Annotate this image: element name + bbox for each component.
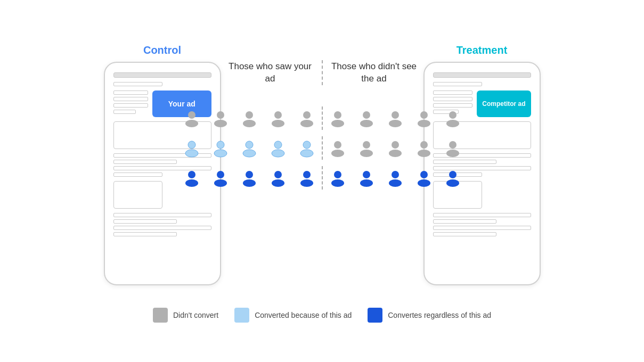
people-right-row2	[326, 136, 464, 160]
svg-point-43	[214, 179, 227, 187]
svg-point-47	[272, 179, 284, 187]
person-grey-2	[209, 106, 232, 130]
person-db-5	[295, 166, 319, 190]
svg-point-27	[272, 150, 284, 157]
phone-bar-1	[113, 72, 211, 78]
person-lb-2	[209, 136, 232, 160]
svg-point-4	[246, 111, 253, 119]
person-grey-3	[238, 106, 261, 130]
person-db-r4	[412, 166, 436, 190]
svg-point-30	[334, 141, 341, 149]
person-db-1	[180, 166, 203, 190]
middle-section: Those who saw your ad Those who didn't s…	[221, 44, 423, 190]
pl2	[113, 97, 149, 101]
phone-left-lines	[113, 90, 149, 114]
people-right-darkblue	[326, 166, 464, 190]
legend-square-lightblue	[234, 308, 249, 323]
phone-small-box	[113, 181, 162, 209]
legend-square-darkblue	[368, 308, 382, 323]
person-db-r1	[326, 166, 349, 190]
divider-row2	[322, 136, 323, 160]
pl1	[113, 90, 149, 95]
svg-point-23	[214, 150, 227, 157]
svg-point-48	[303, 171, 311, 178]
t-pl-s1	[433, 82, 482, 86]
t-pl1	[433, 90, 473, 95]
treatment-label: Treatment	[456, 44, 508, 56]
person-gr-r2	[355, 136, 378, 160]
person-gr-r1	[326, 136, 349, 160]
person-db-r5	[441, 166, 464, 190]
pl12	[113, 232, 177, 236]
person-lb-3	[238, 136, 261, 160]
svg-point-41	[185, 179, 198, 187]
legend-item-converts-regardless: Convertes regardless of this ad	[368, 308, 491, 323]
person-grey-r4	[412, 106, 436, 130]
svg-point-28	[303, 141, 311, 149]
pl4	[113, 110, 136, 114]
svg-point-19	[446, 120, 459, 127]
left-header: Those who saw your ad	[221, 60, 320, 86]
pl10	[113, 219, 177, 224]
person-gr-r3	[384, 136, 407, 160]
svg-point-39	[446, 150, 459, 157]
svg-point-45	[243, 179, 256, 187]
svg-point-8	[303, 111, 311, 119]
svg-point-24	[246, 141, 253, 149]
person-grey-r5	[441, 106, 464, 130]
person-grey-r1	[326, 106, 349, 130]
legend-label-converted-because: Converted because of this ad	[255, 311, 352, 319]
person-grey-r2	[355, 106, 378, 130]
pl6	[113, 160, 177, 164]
svg-point-26	[274, 141, 282, 149]
svg-point-3	[214, 120, 227, 127]
svg-point-1	[185, 120, 198, 127]
svg-point-17	[418, 120, 430, 127]
svg-point-11	[331, 120, 344, 127]
people-section	[221, 106, 423, 190]
legend-label-didnt-convert: Didn't convert	[173, 311, 218, 319]
svg-point-36	[420, 141, 428, 149]
t-pl11	[433, 226, 531, 230]
people-row-darkblue	[180, 166, 464, 190]
svg-point-10	[334, 111, 341, 119]
svg-point-16	[420, 111, 428, 119]
pl9	[113, 213, 211, 217]
svg-point-32	[363, 141, 370, 149]
pl3	[113, 103, 149, 108]
person-grey-4	[266, 106, 290, 130]
people-right-grey	[326, 106, 464, 130]
t-pl9	[433, 213, 531, 217]
svg-point-7	[272, 120, 284, 127]
pl11	[113, 226, 211, 230]
person-grey-5	[295, 106, 319, 130]
person-db-2	[209, 166, 232, 190]
svg-point-37	[418, 150, 430, 157]
right-header: Those who didn't see the ad	[325, 60, 423, 86]
phone-lines-3	[113, 213, 211, 236]
svg-point-33	[360, 150, 373, 157]
svg-point-51	[331, 179, 344, 187]
legend-item-didnt-convert: Didn't convert	[153, 308, 218, 323]
svg-point-0	[188, 111, 195, 119]
t-phone-lines-3	[433, 213, 531, 236]
t-phone-lines-1	[433, 82, 531, 86]
person-gr-r5	[441, 136, 464, 160]
svg-point-34	[392, 141, 399, 149]
svg-point-18	[449, 111, 456, 119]
middle-headers: Those who saw your ad Those who didn't s…	[221, 44, 423, 86]
people-row-lightblue	[180, 136, 464, 160]
svg-point-9	[300, 120, 313, 127]
person-lb-1	[180, 136, 203, 160]
svg-point-38	[449, 141, 456, 149]
people-left-lightblue	[180, 136, 319, 160]
person-db-3	[238, 166, 261, 190]
svg-point-15	[389, 120, 402, 127]
person-grey-r3	[384, 106, 407, 130]
person-grey-1	[180, 106, 203, 130]
t-pl6	[433, 160, 497, 164]
svg-point-35	[389, 150, 402, 157]
svg-point-58	[449, 171, 456, 178]
svg-point-20	[188, 141, 195, 149]
t-pl2	[433, 97, 473, 101]
